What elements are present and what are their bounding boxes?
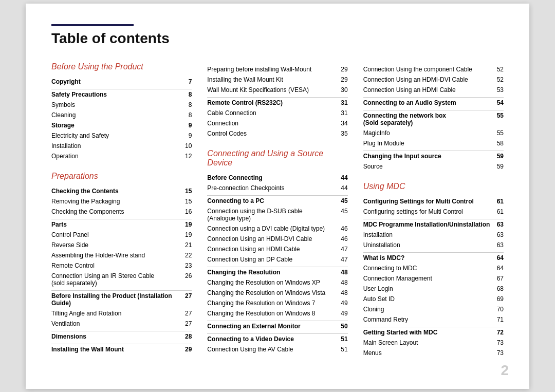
entry-page: 67 [488, 273, 504, 284]
entry-text: Symbols [51, 100, 173, 110]
entry-text: Connection using the D-SUB cable (Analog… [207, 206, 338, 223]
entry-page: 73 [489, 348, 504, 358]
section-title: Using MDC [363, 182, 504, 191]
entry-text: Installation [51, 141, 173, 151]
toc-entry: Connection using the D-SUB cable (Analog… [207, 206, 347, 223]
entry-page: 48 [338, 267, 347, 277]
toc-group: Connecting an External Monitor50 [207, 321, 347, 331]
toc-entry: Connecting to an Audio System54 [363, 97, 504, 108]
toc-entry: Checking the Components16 [51, 207, 192, 217]
entry-page: 21 [181, 240, 192, 250]
entry-page: 27 [183, 290, 192, 308]
toc-group: Installing the Wall Mount29 [51, 344, 192, 354]
entry-page: 29 [337, 64, 348, 74]
entry-page: 51 [335, 344, 348, 354]
entry-text: Before Installing the Product (Installat… [51, 290, 183, 308]
toc-entry: Getting Started with MDC72 [363, 327, 504, 338]
page-number: 2 [501, 362, 509, 379]
toc-entry: Uninstallation63 [363, 240, 504, 250]
entry-text: Connecting to MDC [363, 263, 488, 273]
toc-group: Checking the Contents15Removing the Pack… [51, 186, 192, 217]
entry-text: Tilting Angle and Rotation [51, 308, 183, 319]
toc-group: Connecting to a PC45Connection using the… [207, 195, 347, 265]
toc-entry: Control Panel19 [51, 230, 192, 240]
entry-page: 31 [333, 97, 348, 108]
toc-group: Dimensions28 [51, 331, 192, 342]
entry-text: Connection Using an IR Stereo Cable (sol… [51, 271, 181, 288]
entry-text: Installing the Wall Mount [51, 344, 176, 354]
toc-entry: Menus73 [363, 348, 504, 358]
toc-entry: Before Connecting44 [207, 173, 347, 183]
toc-entry: Assembling the Holder-Wire stand22 [51, 250, 192, 260]
toc-entry: Cloning70 [363, 304, 504, 314]
entry-page: 53 [493, 85, 504, 95]
entry-text: Installation [363, 230, 494, 240]
entry-text: Cloning [363, 304, 488, 314]
entry-page: 46 [338, 223, 347, 234]
toc-entry: Connection Using the AV Cable51 [207, 344, 347, 354]
toc-entry: Control Codes35 [207, 128, 347, 139]
entry-text: Connecting to a PC [207, 195, 338, 206]
entry-text: MDC Programme Installation/Uninstallatio… [363, 219, 494, 230]
entry-text: Connecting the network box (Sold separat… [363, 110, 490, 128]
entry-text: Connection Management [363, 273, 488, 284]
entry-text: Command Retry [363, 314, 488, 325]
entry-page: 58 [490, 138, 504, 148]
entry-page: 7 [170, 77, 192, 87]
entry-text: Installing the Wall Mount Kit [207, 74, 337, 85]
entry-page: 31 [333, 108, 348, 118]
toc-entry: Connection Using an IR Stereo Cable (sol… [51, 271, 192, 288]
toc-group: Connecting to an Audio System54 [363, 97, 504, 108]
toc-group: Connecting the network box (Sold separat… [363, 110, 504, 148]
toc-group: Connection Using the component Cable52Co… [363, 64, 504, 95]
entry-text: Connecting an External Monitor [207, 321, 335, 331]
entry-text: Dimensions [51, 331, 163, 342]
entry-page: 44 [333, 183, 347, 193]
toc-entry: Wall Mount Kit Specifications (VESA)30 [207, 85, 347, 95]
entry-page: 45 [338, 195, 347, 206]
entry-text: Connection Using an DP Cable [207, 254, 338, 265]
toc-group: What is MDC?64Connecting to MDC64Connect… [363, 252, 504, 325]
toc-entry: Connecting an External Monitor50 [207, 321, 347, 331]
entry-text: Checking the Contents [51, 186, 176, 196]
entry-page: 68 [488, 284, 504, 294]
entry-page: 63 [494, 230, 504, 240]
entry-page: 48 [338, 288, 347, 298]
toc-entry: User Login68 [363, 284, 504, 294]
toc-entry: Electricity and Safety9 [51, 130, 192, 141]
entry-text: Removing the Packaging [51, 196, 176, 207]
entry-page: 29 [176, 344, 192, 354]
entry-page: 44 [333, 173, 347, 183]
entry-text: What is MDC? [363, 252, 488, 263]
toc-entry: Plug In Module58 [363, 138, 504, 148]
entry-text: Storage [51, 120, 173, 130]
toc-entry: Operation12 [51, 151, 192, 161]
toc-entry: Parts19 [51, 219, 192, 230]
toc-entry: Connection Using the component Cable52 [363, 64, 504, 74]
entry-page: 12 [173, 151, 192, 161]
entry-text: Connection Using an HDMI-DVI Cable [207, 234, 338, 244]
toc-entry: Copyright7 [51, 77, 192, 87]
toc-entry: Tilting Angle and Rotation27 [51, 308, 192, 319]
entry-page: 27 [183, 319, 192, 329]
entry-page: 47 [338, 254, 347, 265]
toc-entry: Cable Connection31 [207, 108, 347, 118]
entry-text: Connection using a DVI cable (Digital ty… [207, 223, 338, 234]
entry-page: 46 [338, 234, 347, 244]
entry-page: 61 [493, 207, 504, 217]
toc-entry: Auto Set ID69 [363, 294, 504, 304]
entry-page: 54 [491, 97, 504, 108]
toc-entry: Changing the Resolution on Windows XP48 [207, 277, 347, 288]
section-title: Preparations [51, 172, 192, 181]
toc-entry: Changing the Resolution48 [207, 267, 347, 277]
entry-text: Changing the Resolution on Windows 8 [207, 308, 338, 319]
entry-text: Changing the Resolution on Windows 7 [207, 298, 338, 308]
entry-page: 71 [488, 314, 504, 325]
toc-entry: Installation10 [51, 141, 192, 151]
toc-entry: Preparing before installing Wall-Mount29 [207, 64, 347, 74]
entry-text: Parts [51, 219, 181, 230]
entry-text: Getting Started with MDC [363, 327, 489, 338]
entry-page: 16 [176, 207, 192, 217]
entry-text: Ventilation [51, 319, 183, 329]
entry-page: 72 [489, 327, 504, 338]
